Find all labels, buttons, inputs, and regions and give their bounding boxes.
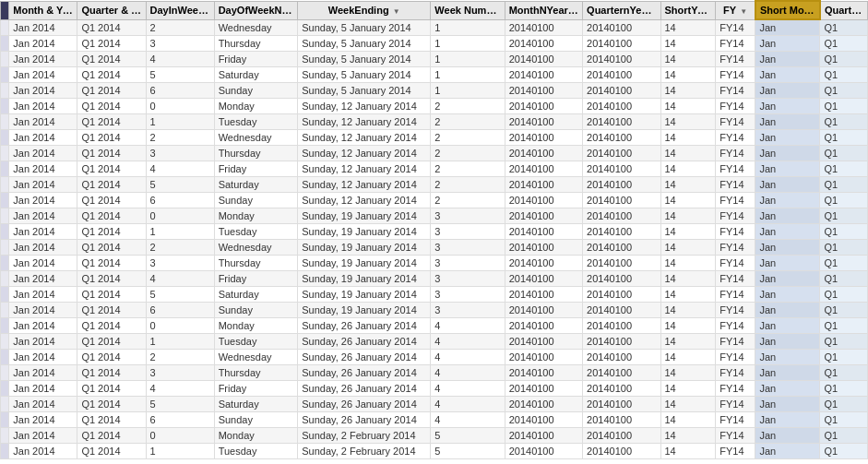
cell-dayOfWeekName: Tuesday	[214, 444, 298, 459]
cell-monthYear: Jan 2014	[9, 444, 77, 459]
table-row[interactable]: Jan 2014Q1 20140MondaySunday, 12 January…	[1, 99, 868, 114]
cell-quarterYear2: 20140100	[583, 52, 660, 67]
cell-shortMonth: Jan	[755, 130, 820, 146]
column-header-quarter[interactable]: Quarter ▼	[820, 1, 868, 19]
cell-fy: FY14	[716, 365, 755, 381]
row-index-cell	[1, 334, 9, 350]
cell-shortMonth: Jan	[755, 381, 820, 397]
cell-quarter: Q1	[820, 365, 868, 381]
table-row[interactable]: Jan 2014Q1 20143ThursdaySunday, 12 Janua…	[1, 146, 868, 161]
cell-monthYear: Jan 2014	[9, 271, 77, 287]
table-row[interactable]: Jan 2014Q1 20143ThursdaySunday, 26 Janua…	[1, 365, 868, 381]
cell-quarter: Q1	[820, 381, 868, 397]
table-row[interactable]: Jan 2014Q1 20142WednesdaySunday, 19 Janu…	[1, 240, 868, 256]
table-row[interactable]: Jan 2014Q1 20141TuesdaySunday, 12 Januar…	[1, 114, 868, 130]
cell-monthYear: Jan 2014	[9, 177, 77, 193]
table-row[interactable]: Jan 2014Q1 20144FridaySunday, 26 January…	[1, 381, 868, 397]
cell-dayInWeek: 3	[146, 36, 214, 52]
column-header-quarterYear2[interactable]: QuarternYear ▼	[583, 1, 660, 19]
cell-dayInWeek: 3	[146, 146, 214, 161]
table-row[interactable]: Jan 2014Q1 20140MondaySunday, 2 February…	[1, 428, 868, 444]
filter-icon-quarter[interactable]: ▼	[863, 7, 868, 16]
table-row[interactable]: Jan 2014Q1 20146SundaySunday, 12 January…	[1, 193, 868, 208]
cell-weekNumber: 3	[431, 208, 505, 224]
cell-shortYear: 14	[660, 19, 716, 36]
column-header-weekNumber[interactable]: Week Number ▼	[431, 1, 505, 19]
cell-weekEnding: Sunday, 5 January 2014	[298, 52, 431, 67]
cell-weekNumber: 4	[431, 318, 505, 334]
cell-quarter: Q1	[820, 52, 868, 67]
table-row[interactable]: Jan 2014Q1 20145SaturdaySunday, 12 Janua…	[1, 177, 868, 193]
column-label-dayOfWeekName: DayOfWeekName	[219, 5, 298, 16]
table-row[interactable]: Jan 2014Q1 20141TuesdaySunday, 2 Februar…	[1, 444, 868, 459]
table-row[interactable]: Jan 2014Q1 20146SundaySunday, 19 January…	[1, 303, 868, 318]
cell-weekNumber: 2	[431, 130, 505, 146]
cell-quarter: Q1	[820, 444, 868, 459]
cell-quarter: Q1	[820, 114, 868, 130]
column-header-quarterYear[interactable]: Quarter & Year ▼	[77, 1, 146, 19]
cell-fy: FY14	[716, 52, 755, 67]
cell-shortMonth: Jan	[755, 334, 820, 350]
column-header-dayOfWeekName[interactable]: DayOfWeekName ▼	[214, 1, 298, 19]
row-index-cell	[1, 271, 9, 287]
column-header-shortMonth[interactable]: Short Month ▼	[755, 1, 820, 19]
cell-dayInWeek: 4	[146, 52, 214, 67]
table-row[interactable]: Jan 2014Q1 20145SaturdaySunday, 5 Januar…	[1, 67, 868, 83]
cell-quarter: Q1	[820, 67, 868, 83]
cell-dayOfWeekName: Sunday	[214, 193, 298, 208]
cell-shortMonth: Jan	[755, 412, 820, 428]
filter-icon-quarterYear2[interactable]: ▼	[653, 7, 660, 16]
cell-monthNYear: 20140100	[505, 444, 582, 459]
table-row[interactable]: Jan 2014Q1 20142WednesdaySunday, 12 Janu…	[1, 130, 868, 146]
row-index-cell	[1, 130, 9, 146]
table-row[interactable]: Jan 2014Q1 20140MondaySunday, 19 January…	[1, 208, 868, 224]
cell-dayOfWeekName: Wednesday	[214, 350, 298, 365]
cell-quarterYear2: 20140100	[583, 256, 660, 271]
cell-quarter: Q1	[820, 256, 868, 271]
cell-fy: FY14	[716, 130, 755, 146]
cell-quarter: Q1	[820, 19, 868, 36]
table-row[interactable]: Jan 2014Q1 20142WednesdaySunday, 5 Janua…	[1, 19, 868, 36]
filter-icon-weekEnding[interactable]: ▼	[391, 7, 400, 16]
table-row[interactable]: Jan 2014Q1 20141TuesdaySunday, 19 Januar…	[1, 224, 868, 240]
table-row[interactable]: Jan 2014Q1 20144FridaySunday, 5 January …	[1, 52, 868, 67]
cell-dayOfWeekName: Sunday	[214, 303, 298, 318]
cell-quarter: Q1	[820, 177, 868, 193]
table-row[interactable]: Jan 2014Q1 20146SundaySunday, 26 January…	[1, 412, 868, 428]
table-row[interactable]: Jan 2014Q1 20143ThursdaySunday, 19 Janua…	[1, 256, 868, 271]
row-index-cell	[1, 52, 9, 67]
column-header-monthYear[interactable]: Month & Year ▼	[9, 1, 77, 19]
cell-dayOfWeekName: Saturday	[214, 397, 298, 412]
filter-icon-fy[interactable]: ▼	[738, 7, 747, 16]
table-row[interactable]: Jan 2014Q1 20146SundaySunday, 5 January …	[1, 83, 868, 99]
table-row[interactable]: Jan 2014Q1 20144FridaySunday, 12 January…	[1, 161, 868, 177]
cell-fy: FY14	[716, 271, 755, 287]
table-row[interactable]: Jan 2014Q1 20145SaturdaySunday, 26 Janua…	[1, 397, 868, 412]
table-row[interactable]: Jan 2014Q1 20140MondaySunday, 26 January…	[1, 318, 868, 334]
table-row[interactable]: Jan 2014Q1 20143ThursdaySunday, 5 Januar…	[1, 36, 868, 52]
column-label-shortMonth: Short Month	[760, 5, 820, 16]
cell-monthNYear: 20140100	[505, 318, 582, 334]
cell-shortYear: 14	[660, 177, 716, 193]
cell-dayOfWeekName: Wednesday	[214, 19, 298, 36]
column-header-shortYear[interactable]: ShortYear ▼	[660, 1, 716, 19]
table-row[interactable]: Jan 2014Q1 20142WednesdaySunday, 26 Janu…	[1, 350, 868, 365]
column-header-dayInWeek[interactable]: DayInWeek ▼	[146, 1, 214, 19]
cell-quarter: Q1	[820, 161, 868, 177]
cell-quarterYear: Q1 2014	[77, 412, 146, 428]
cell-monthYear: Jan 2014	[9, 256, 77, 271]
row-index-cell	[1, 19, 9, 36]
cell-monthYear: Jan 2014	[9, 114, 77, 130]
table-row[interactable]: Jan 2014Q1 20144FridaySunday, 19 January…	[1, 271, 868, 287]
cell-fy: FY14	[716, 177, 755, 193]
cell-quarter: Q1	[820, 146, 868, 161]
table-row[interactable]: Jan 2014Q1 20145SaturdaySunday, 19 Janua…	[1, 287, 868, 303]
cell-dayOfWeekName: Saturday	[214, 177, 298, 193]
cell-dayInWeek: 1	[146, 444, 214, 459]
column-header-monthNYear[interactable]: MonthNYear ▼	[505, 1, 582, 19]
cell-quarterYear: Q1 2014	[77, 287, 146, 303]
table-row[interactable]: Jan 2014Q1 20141TuesdaySunday, 26 Januar…	[1, 334, 868, 350]
column-header-fy[interactable]: FY ▼	[716, 1, 755, 19]
cell-quarterYear: Q1 2014	[77, 303, 146, 318]
column-header-weekEnding[interactable]: WeekEnding ▼	[298, 1, 431, 19]
